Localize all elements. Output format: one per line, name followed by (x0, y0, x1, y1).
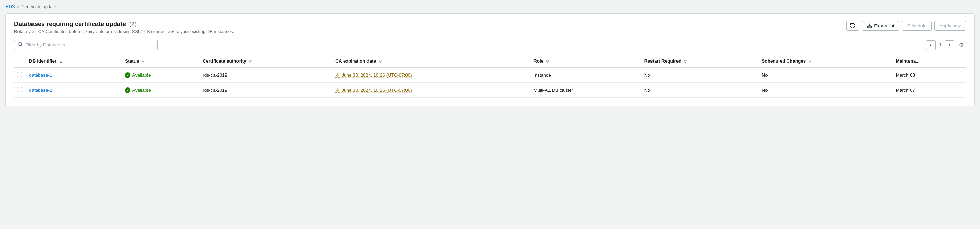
table-row: database-1 ✓ Available rds-ca-2019 ⚠ Jun… (14, 67, 966, 83)
warning-triangle-icon-0: ⚠ (335, 72, 340, 78)
pagination-prev-button[interactable]: ‹ (926, 40, 935, 50)
column-certificate-authority[interactable]: Certificate authority ▽ (200, 55, 332, 67)
table-row: database-2 ✓ Available rds-ca-2019 ⚠ Jun… (14, 83, 966, 98)
status-available-0: ✓ Available (125, 73, 151, 78)
row-radio-1[interactable] (17, 87, 22, 92)
panel-subtitle: Rotate your CA Certificates before expir… (14, 29, 234, 34)
pagination-prev-icon: ‹ (930, 43, 931, 47)
row-select-cell-0[interactable] (14, 67, 26, 83)
column-scheduled-changes[interactable]: Scheduled Changes ▽ (759, 55, 893, 67)
pagination-controls: ‹ 1 › ⚙ (926, 40, 966, 50)
row-role-0: Instance (531, 67, 641, 83)
sort-asc-icon: ▲ (59, 60, 63, 63)
status-check-icon-1: ✓ (125, 87, 130, 93)
apply-now-button[interactable]: Apply now (934, 21, 966, 31)
row-radio-0[interactable] (17, 72, 22, 77)
search-icon (18, 42, 22, 48)
row-maintenance-0: March 03 (893, 67, 966, 83)
row-db-identifier-1: database-2 (26, 83, 122, 98)
database-table: DB identifier ▲ Status ▽ Certificate aut… (14, 55, 966, 98)
column-status[interactable]: Status ▽ (122, 55, 200, 67)
panel-title: Databases requiring certificate update (… (14, 21, 234, 28)
row-select-cell-1[interactable] (14, 83, 26, 98)
column-ca-expiration-date[interactable]: CA expiration date ▽ (332, 55, 531, 67)
column-select (14, 55, 26, 67)
row-role-1: Multi-AZ DB cluster (531, 83, 641, 98)
panel-title-text: Databases requiring certificate update (14, 21, 126, 27)
db-link-0[interactable]: database-1 (29, 73, 52, 77)
pagination-next-icon: › (949, 43, 950, 47)
breadcrumb: RDS > Certificate update (5, 4, 975, 9)
breadcrumb-separator: > (17, 5, 19, 9)
row-scheduled-1: No (759, 83, 893, 98)
search-area (14, 39, 158, 50)
sort-icon-exp: ▽ (379, 60, 382, 63)
schedule-label: Schedule (907, 23, 926, 28)
breadcrumb-rds-link[interactable]: RDS (5, 4, 15, 9)
pagination-next-button[interactable]: › (945, 40, 955, 50)
panel-count: (2) (129, 21, 137, 27)
row-status-0: ✓ Available (122, 67, 200, 83)
row-db-identifier-0: database-1 (26, 67, 122, 83)
pagination-current: 1 (937, 43, 943, 47)
search-box (14, 39, 158, 50)
refresh-icon (850, 23, 856, 28)
export-list-label: Export list (874, 23, 894, 28)
row-status-1: ✓ Available (122, 83, 200, 98)
apply-now-label: Apply now (940, 23, 961, 28)
panel-title-area: Databases requiring certificate update (… (14, 21, 234, 34)
sort-icon-scheduled: ▽ (808, 60, 811, 63)
search-input[interactable] (25, 43, 154, 47)
export-list-button[interactable]: Export list (862, 21, 899, 31)
column-role[interactable]: Role ▽ (531, 55, 641, 67)
schedule-button[interactable]: Schedule (902, 21, 931, 31)
column-maintenance: Maintena... (893, 55, 966, 67)
row-restart-1: No (641, 83, 759, 98)
status-check-icon-0: ✓ (125, 73, 130, 78)
main-panel: Databases requiring certificate update (… (5, 13, 975, 106)
pagination-settings-icon[interactable]: ⚙ (956, 40, 966, 50)
table-header-row: DB identifier ▲ Status ▽ Certificate aut… (14, 55, 966, 67)
db-link-1[interactable]: database-2 (29, 87, 52, 93)
column-restart-required[interactable]: Restart Required ▽ (641, 55, 759, 67)
row-expiration-1: ⚠ June 30, 2024, 10:26 (UTC-07:00) (332, 83, 531, 98)
toolbar: Export list Schedule Apply now (846, 21, 966, 31)
sort-icon-role: ▽ (546, 60, 549, 63)
warning-date-0: ⚠ June 30, 2024, 10:26 (UTC-07:00) (335, 72, 412, 78)
warning-date-1: ⚠ June 30, 2024, 10:26 (UTC-07:00) (335, 87, 412, 93)
svg-rect-0 (867, 26, 872, 28)
breadcrumb-current: Certificate update (21, 4, 56, 9)
row-expiration-0: ⚠ June 30, 2024, 10:26 (UTC-07:00) (332, 67, 531, 83)
row-maintenance-1: March 07 (893, 83, 966, 98)
row-restart-0: No (641, 67, 759, 83)
sort-icon-status: ▽ (142, 60, 145, 63)
row-ca-1: rds-ca-2019 (200, 83, 332, 98)
panel-header: Databases requiring certificate update (… (14, 21, 966, 34)
refresh-button[interactable] (846, 21, 859, 31)
sort-icon-restart: ▽ (684, 60, 687, 63)
warning-triangle-icon-1: ⚠ (335, 87, 340, 93)
column-db-identifier[interactable]: DB identifier ▲ (26, 55, 122, 67)
export-icon (867, 23, 872, 28)
row-ca-0: rds-ca-2019 (200, 67, 332, 83)
sort-icon-ca: ▽ (249, 60, 251, 63)
status-available-1: ✓ Available (125, 87, 151, 93)
row-scheduled-0: No (759, 67, 893, 83)
